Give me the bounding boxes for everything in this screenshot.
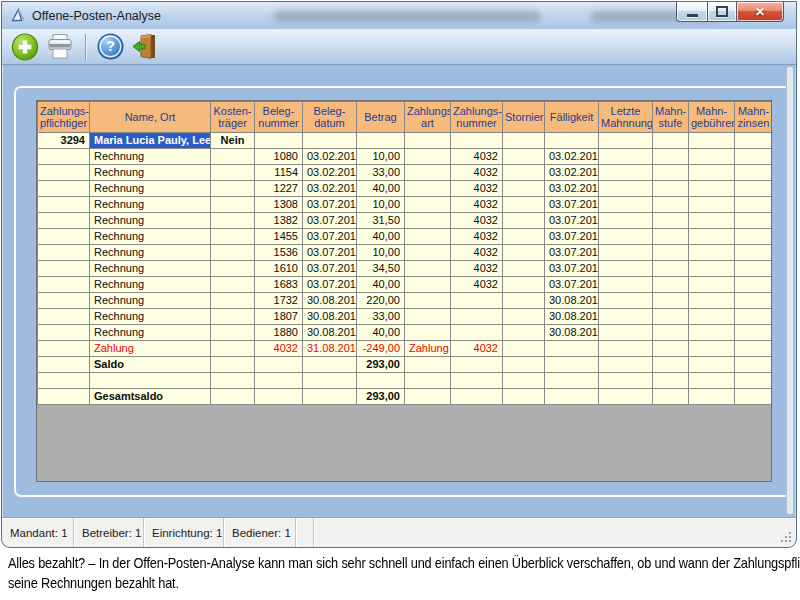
column-header-mahnzinsen[interactable]: Mahn-zinsen xyxy=(735,102,773,133)
cell-zahlungsnummer[interactable]: 4032 xyxy=(451,341,503,357)
cell-name[interactable]: Rechnung xyxy=(90,197,211,213)
cell-mahngebuehren[interactable] xyxy=(689,277,735,293)
cell-belegdatum[interactable]: 03.07.2012 xyxy=(303,245,357,261)
cell-zahlungspflichtiger[interactable]: 3294 xyxy=(38,133,90,149)
cell-zahlungspflichtiger[interactable] xyxy=(38,373,90,389)
cell-zahlungspflichtiger[interactable] xyxy=(38,261,90,277)
cell-faelligkeit[interactable]: 03.07.2012 xyxy=(545,245,599,261)
cell-betrag[interactable]: 33,00 xyxy=(357,309,405,325)
cell-faelligkeit[interactable] xyxy=(545,357,599,373)
cell-storniert[interactable] xyxy=(503,373,545,389)
cell-zahlungspflichtiger[interactable] xyxy=(38,213,90,229)
cell-mahngebuehren[interactable] xyxy=(689,229,735,245)
cell-zahlungspflichtiger[interactable] xyxy=(38,165,90,181)
cell-faelligkeit[interactable] xyxy=(545,133,599,149)
cell-faelligkeit[interactable] xyxy=(545,341,599,357)
cell-name[interactable]: Rechnung xyxy=(90,245,211,261)
cell-faelligkeit[interactable]: 30.08.2012 xyxy=(545,325,599,341)
cell-mahnzinsen[interactable] xyxy=(735,197,773,213)
cell-letzte_mahnung[interactable] xyxy=(599,357,653,373)
cell-letzte_mahnung[interactable] xyxy=(599,261,653,277)
cell-storniert[interactable] xyxy=(503,213,545,229)
cell-mahnzinsen[interactable] xyxy=(735,309,773,325)
cell-mahnstufe[interactable] xyxy=(653,133,689,149)
cell-mahngebuehren[interactable] xyxy=(689,165,735,181)
cell-betrag[interactable]: 31,50 xyxy=(357,213,405,229)
cell-name[interactable] xyxy=(90,373,211,389)
cell-name[interactable]: Gesamtsaldo xyxy=(90,389,211,405)
cell-mahnstufe[interactable] xyxy=(653,181,689,197)
vertical-scrollbar[interactable] xyxy=(786,66,794,515)
cell-zahlungsart[interactable]: Zahlung xyxy=(405,341,451,357)
cell-betrag[interactable]: 293,00 xyxy=(357,389,405,405)
cell-zahlungspflichtiger[interactable] xyxy=(38,149,90,165)
cell-zahlungspflichtiger[interactable] xyxy=(38,389,90,405)
cell-mahnstufe[interactable] xyxy=(653,309,689,325)
cell-mahngebuehren[interactable] xyxy=(689,341,735,357)
cell-mahnzinsen[interactable] xyxy=(735,229,773,245)
cell-kostentraeger[interactable] xyxy=(211,341,255,357)
cell-belegnummer[interactable]: 1227 xyxy=(255,181,303,197)
cell-betrag[interactable]: 10,00 xyxy=(357,149,405,165)
cell-betrag[interactable]: 10,00 xyxy=(357,197,405,213)
cell-letzte_mahnung[interactable] xyxy=(599,181,653,197)
cell-zahlungspflichtiger[interactable] xyxy=(38,181,90,197)
cell-storniert[interactable] xyxy=(503,325,545,341)
cell-mahngebuehren[interactable] xyxy=(689,325,735,341)
cell-letzte_mahnung[interactable] xyxy=(599,293,653,309)
cell-zahlungsart[interactable] xyxy=(405,229,451,245)
cell-zahlungspflichtiger[interactable] xyxy=(38,277,90,293)
cell-zahlungsart[interactable] xyxy=(405,181,451,197)
cell-zahlungsnummer[interactable] xyxy=(451,325,503,341)
help-button[interactable]: ? xyxy=(97,33,124,60)
cell-belegnummer[interactable]: 1683 xyxy=(255,277,303,293)
cell-kostentraeger[interactable] xyxy=(211,229,255,245)
resize-grip-icon[interactable] xyxy=(789,540,791,542)
cell-mahnzinsen[interactable] xyxy=(735,325,773,341)
cell-kostentraeger[interactable] xyxy=(211,389,255,405)
cell-belegnummer[interactable] xyxy=(255,357,303,373)
cell-belegdatum[interactable] xyxy=(303,373,357,389)
cell-zahlungsnummer[interactable]: 4032 xyxy=(451,149,503,165)
cell-mahnzinsen[interactable] xyxy=(735,133,773,149)
cell-betrag[interactable] xyxy=(357,133,405,149)
cell-kostentraeger[interactable] xyxy=(211,357,255,373)
cell-zahlungsart[interactable] xyxy=(405,373,451,389)
cell-mahnstufe[interactable] xyxy=(653,261,689,277)
cell-zahlungsart[interactable] xyxy=(405,133,451,149)
column-header-faelligkeit[interactable]: Fälligkeit xyxy=(545,102,599,133)
cell-zahlungsart[interactable] xyxy=(405,213,451,229)
cell-betrag[interactable] xyxy=(357,373,405,389)
cell-betrag[interactable]: 40,00 xyxy=(357,229,405,245)
column-header-belegnummer[interactable]: Beleg-nummer xyxy=(255,102,303,133)
cell-belegnummer[interactable]: 1732 xyxy=(255,293,303,309)
cell-name[interactable]: Rechnung xyxy=(90,277,211,293)
cell-belegnummer[interactable]: 1154 xyxy=(255,165,303,181)
cell-mahnzinsen[interactable] xyxy=(735,277,773,293)
cell-zahlungsart[interactable] xyxy=(405,277,451,293)
cell-betrag[interactable]: 40,00 xyxy=(357,325,405,341)
cell-kostentraeger[interactable] xyxy=(211,165,255,181)
cell-storniert[interactable] xyxy=(503,357,545,373)
cell-name[interactable]: Rechnung xyxy=(90,149,211,165)
print-button[interactable] xyxy=(46,33,74,60)
column-header-name[interactable]: Name, Ort xyxy=(90,102,211,133)
cell-mahnzinsen[interactable] xyxy=(735,373,773,389)
cell-kostentraeger[interactable] xyxy=(211,197,255,213)
column-header-betrag[interactable]: Betrag xyxy=(357,102,405,133)
cell-zahlungsart[interactable] xyxy=(405,293,451,309)
cell-name[interactable]: Saldo xyxy=(90,357,211,373)
cell-mahnstufe[interactable] xyxy=(653,149,689,165)
cell-letzte_mahnung[interactable] xyxy=(599,277,653,293)
cell-kostentraeger[interactable] xyxy=(211,261,255,277)
cell-letzte_mahnung[interactable] xyxy=(599,309,653,325)
cell-kostentraeger[interactable] xyxy=(211,373,255,389)
cell-faelligkeit[interactable]: 03.07.2012 xyxy=(545,277,599,293)
cell-faelligkeit[interactable]: 03.02.2012 xyxy=(545,165,599,181)
cell-zahlungsnummer[interactable]: 4032 xyxy=(451,213,503,229)
cell-betrag[interactable]: 34,50 xyxy=(357,261,405,277)
cell-zahlungsart[interactable] xyxy=(405,357,451,373)
cell-storniert[interactable] xyxy=(503,149,545,165)
cell-zahlungsart[interactable] xyxy=(405,261,451,277)
cell-mahngebuehren[interactable] xyxy=(689,357,735,373)
